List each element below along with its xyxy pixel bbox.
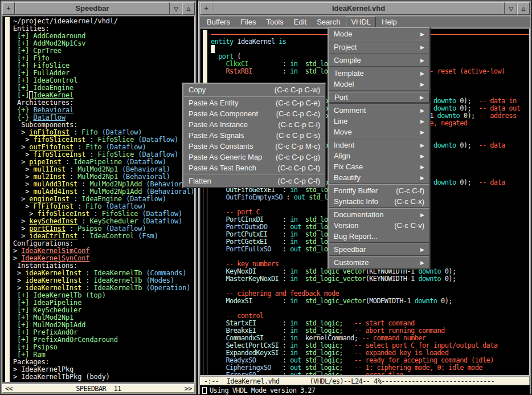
menubar-item-tools[interactable]: Tools <box>261 17 288 27</box>
iconify-button[interactable]: + <box>200 2 212 15</box>
menu-item-flatten[interactable]: Flatten(C-c C-p C-f) <box>183 176 325 186</box>
speedbar-scrollbar-thumb[interactable] <box>5 17 10 382</box>
menu-item-paste-as-generic-map[interactable]: Paste As Generic Map(C-c C-p C-g) <box>183 152 325 162</box>
text-segment: : <box>256 319 290 327</box>
text-segment: ~/project/ideakernel/vhdl/ <box>13 17 118 25</box>
menu-item-template[interactable]: Template▶ <box>329 68 429 79</box>
text-segment: Entities: <box>13 25 50 32</box>
text-segment: downto <box>418 275 441 283</box>
iconify-button[interactable]: + <box>2 2 15 15</box>
menu-item-port[interactable]: Port▶ <box>329 92 429 103</box>
text-segment: [+] Psipso <box>13 343 58 351</box>
menu-item-fix-case[interactable]: Fix Case▶ <box>329 161 429 172</box>
menubar-item-edit[interactable]: Edit <box>289 17 311 27</box>
menu-item-keybinding: (C-c C-p C-f) <box>278 177 320 185</box>
menu-separator <box>184 96 325 97</box>
tree-link[interactable]: engineInst <box>29 195 69 203</box>
tree-link[interactable]: ideaCtrlInst <box>29 232 77 240</box>
submenu-arrow-icon: ▶ <box>420 44 424 50</box>
text-segment: [+] PrefixAndOr <box>13 328 77 336</box>
menu-item-paste-as-test-bench[interactable]: Paste As Test Bench(C-c C-p C-t) <box>183 162 325 173</box>
scroll-right-button[interactable]: >> <box>182 385 194 392</box>
menubar-item-search[interactable]: Search <box>312 17 345 27</box>
text-segment: : <box>264 215 290 223</box>
text-segment: IdeaPipeline <box>73 158 122 166</box>
submenu-arrow-icon: ▶ <box>420 164 424 170</box>
menu-item-syntactic-info[interactable]: Syntactic Info(C-c C-x) <box>329 196 429 207</box>
menubar-item-buffers[interactable]: Buffers <box>202 17 235 27</box>
tree-link[interactable]: inFifoInst <box>29 128 69 136</box>
menu-item-version[interactable]: Version(C-c C-v) <box>329 220 429 231</box>
text-segment <box>211 215 226 223</box>
text-segment: -- port C <box>226 208 260 216</box>
tree-link[interactable]: pipeInst <box>29 158 62 166</box>
menu-item-align[interactable]: Align▶ <box>329 150 429 161</box>
shade-button[interactable]: ▽ <box>505 2 517 15</box>
menu-item-indent[interactable]: Indent▶ <box>329 140 429 150</box>
shade-button[interactable]: ▽ <box>170 2 182 15</box>
menu-item-customize[interactable]: Customize▶ <box>329 257 429 268</box>
speedbar-modeline: << SPEEDBAR 11 >> <box>2 384 195 393</box>
menu-item-line[interactable]: Line▶ <box>329 116 429 127</box>
speedbar-titlebar[interactable]: + Speedbar ▽ △ <box>2 2 195 15</box>
text-segment: > <box>13 202 33 210</box>
menu-item-beautify[interactable]: Beautify▶ <box>329 172 429 183</box>
text-segment: > <box>13 165 33 173</box>
tree-link[interactable]: IdeaKernelSimConf <box>21 247 89 255</box>
text-segment: StartxEI <box>226 319 256 327</box>
menu-item-label: Fix Case <box>334 162 363 171</box>
text-segment <box>211 334 226 342</box>
submenu-arrow-icon: ▶ <box>420 95 424 100</box>
menu-item-bug-report-[interactable]: Bug Report... <box>329 231 429 242</box>
editor-titlebar[interactable]: + IdeaKernel.vhd ▽ △ <box>200 2 530 15</box>
text-segment <box>211 208 226 216</box>
text-segment: (Fsm) <box>138 232 158 240</box>
menu-item-paste-as-component[interactable]: Paste As Component(C-c C-p C-c) <box>183 108 325 119</box>
text-segment: ideaKernelInst <box>25 269 81 277</box>
menu-item-paste-as-entity[interactable]: Paste As Entity(C-c C-p C-e) <box>183 97 325 108</box>
text-segment: : <box>271 245 290 253</box>
menu-item-project[interactable]: Project▶ <box>329 42 429 52</box>
text-segment: std_logic; <box>305 341 343 349</box>
menu-item-keybinding: (C-c C-v) <box>394 221 424 230</box>
minibuffer[interactable]: Using VHDL Mode version 3.27 <box>200 385 530 395</box>
text-segment <box>211 238 226 246</box>
menubar-item-files[interactable]: Files <box>236 17 260 27</box>
text-segment: Packages: <box>13 358 50 366</box>
maximize-button[interactable]: △ <box>182 2 195 15</box>
menu-item-fontify-buffer[interactable]: Fontify Buffer(C-c C-f) <box>329 185 429 196</box>
tree-link[interactable]: Dataflow <box>33 113 66 121</box>
text-segment: CommandxSI <box>226 334 264 342</box>
tree-link[interactable]: Behavioral <box>33 106 73 114</box>
menu-item-paste-as-instance[interactable]: Paste As Instance(C-c C-p C-i) <box>183 119 325 130</box>
tree-link[interactable]: portCInst <box>29 225 66 233</box>
menu-item-documentation[interactable]: Documentation▶ <box>329 209 429 220</box>
tree-link[interactable]: IdeaKernel <box>33 91 73 99</box>
text-segment <box>102 143 106 151</box>
menu-item-speedbar[interactable]: Speedbar▶ <box>329 244 429 255</box>
text-segment: : <box>66 165 77 173</box>
menubar-item-vhdl[interactable]: VHDL <box>346 17 376 27</box>
menu-item-model[interactable]: Model▶ <box>329 79 429 89</box>
text-segment: : <box>77 188 89 196</box>
text-segment: Subcomponents: <box>13 121 77 129</box>
tree-link[interactable]: outFifoInst <box>29 143 73 151</box>
menu-item-copy[interactable]: Copy(C-c C-p C-w) <box>183 84 325 95</box>
submenu-arrow-icon: ▶ <box>420 247 424 253</box>
menu-item-move[interactable]: Move▶ <box>329 127 429 137</box>
scroll-left-button[interactable]: << <box>3 385 15 392</box>
menu-item-paste-as-constants[interactable]: Paste As Constants(C-c C-p M-c) <box>183 141 325 152</box>
tree-link[interactable]: keySchedInst <box>29 217 77 225</box>
menubar-item-help[interactable]: Help <box>377 17 402 27</box>
text-segment <box>102 202 106 210</box>
text-segment <box>142 188 146 196</box>
text-segment: Fifo <box>85 202 101 210</box>
text-segment <box>211 356 226 364</box>
menu-item-paste-as-signals[interactable]: Paste As Signals(C-c C-p C-s) <box>183 130 325 141</box>
maximize-button[interactable]: △ <box>517 2 530 15</box>
menu-item-comment[interactable]: Comment▶ <box>329 105 429 116</box>
menu-item-compile[interactable]: Compile▶ <box>329 55 429 66</box>
menu-item-mode[interactable]: Mode▶ <box>329 28 429 39</box>
text-segment <box>301 356 305 364</box>
tree-link[interactable]: IdeaKernelSynConf <box>21 254 89 262</box>
